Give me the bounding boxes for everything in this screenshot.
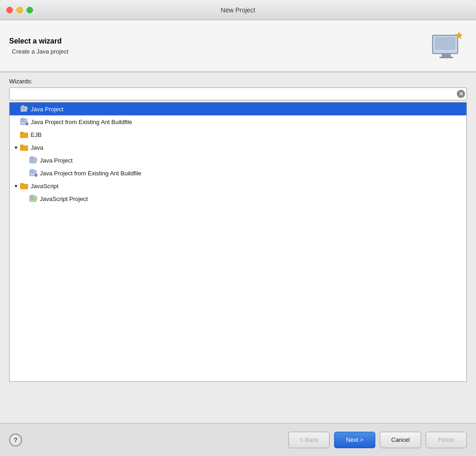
header-section: Select a wizard Create a Java project	[0, 20, 476, 72]
svg-line-32	[37, 174, 38, 174]
tree-item-label: Java Project from Existing Ant Buildfile	[40, 170, 141, 177]
wizards-section: Wizards: ✕ Java Project Java Project fro…	[0, 72, 476, 386]
tree-item-label: Java Project	[40, 157, 73, 164]
project-icon	[29, 156, 38, 164]
wizards-label: Wizards:	[9, 78, 467, 85]
tree-item-label: JavaScript Project	[40, 195, 88, 202]
wizard-icon-inner	[430, 32, 462, 60]
svg-line-16	[28, 122, 28, 123]
project-icon	[20, 105, 28, 113]
next-button[interactable]: Next >	[334, 432, 375, 448]
tree-item[interactable]: Java Project from Existing Ant Buildfile	[10, 115, 466, 128]
tree-arrow-icon	[13, 183, 19, 189]
folder-icon	[20, 144, 28, 151]
tree-item-icon	[20, 105, 28, 113]
tree-item-label: Java Project from Existing Ant Buildfile	[31, 119, 132, 125]
cancel-button[interactable]: Cancel	[380, 432, 421, 448]
tree-item-icon	[29, 195, 38, 203]
folder-icon	[20, 131, 28, 138]
tree-item[interactable]: Java Project	[10, 103, 466, 115]
svg-rect-27	[31, 169, 33, 171]
tree-item[interactable]: JavaScript	[10, 179, 466, 192]
folder-icon	[20, 182, 28, 190]
svg-rect-6	[22, 105, 24, 107]
tree-item-icon	[29, 156, 38, 164]
tree-item-label: Java	[31, 144, 43, 151]
wizard-icon-area	[426, 27, 467, 64]
tree-item-icon	[20, 182, 28, 190]
close-button[interactable]	[6, 7, 13, 13]
svg-rect-3	[439, 57, 453, 58]
svg-rect-22	[31, 157, 33, 158]
window-controls[interactable]	[6, 7, 33, 13]
bottom-left: ?	[9, 434, 22, 446]
help-button[interactable]: ?	[9, 434, 22, 446]
bottom-right: < Back Next > Cancel Finish	[288, 432, 467, 448]
js-project-icon	[29, 195, 38, 203]
main-content: Select a wizard Create a Java project	[0, 20, 476, 456]
tree-item-icon	[29, 169, 38, 177]
finish-button[interactable]: Finish	[426, 432, 467, 448]
svg-rect-18	[20, 132, 23, 134]
tree-item[interactable]: JavaScript Project	[10, 192, 466, 205]
bottom-area: ? < Back Next > Cancel Finish	[0, 423, 476, 456]
ant-icon	[20, 118, 28, 126]
ant-icon	[29, 169, 38, 177]
header-title: Select a wizard	[9, 37, 69, 45]
tree-arrow-icon	[13, 145, 19, 150]
svg-rect-34	[20, 183, 23, 185]
tree-item-icon	[20, 143, 28, 152]
tree-item-label: EJB	[31, 131, 42, 138]
tree-item[interactable]: Java Project	[10, 154, 466, 167]
tree-container[interactable]: Java Project Java Project from Existing …	[9, 102, 467, 382]
tree-item-icon	[20, 118, 28, 126]
minimize-button[interactable]	[16, 7, 23, 13]
title-bar: New Project	[0, 0, 476, 20]
tree-item-icon	[20, 130, 28, 139]
svg-rect-11	[22, 118, 24, 120]
tree-item-label: JavaScript	[31, 183, 59, 190]
back-button[interactable]: < Back	[288, 432, 330, 448]
tree-item[interactable]: Java Project from Existing Ant Buildfile	[10, 167, 466, 179]
tree-item[interactable]: EJB	[10, 128, 466, 141]
svg-rect-36	[31, 195, 33, 197]
tree-item[interactable]: Java	[10, 141, 466, 154]
tree-item-label: Java Project	[31, 106, 64, 113]
search-input[interactable]	[9, 87, 467, 100]
search-container: ✕	[9, 87, 467, 100]
wizard-monitor-icon	[430, 32, 462, 59]
search-clear-button[interactable]: ✕	[457, 90, 465, 98]
header-subtitle: Create a Java project	[9, 48, 69, 55]
header-text: Select a wizard Create a Java project	[9, 37, 69, 55]
body-spacer	[0, 386, 476, 423]
svg-rect-20	[20, 145, 23, 147]
maximize-button[interactable]	[27, 7, 33, 13]
window-title: New Project	[221, 6, 255, 14]
svg-rect-1	[435, 37, 455, 50]
svg-rect-2	[442, 54, 451, 57]
